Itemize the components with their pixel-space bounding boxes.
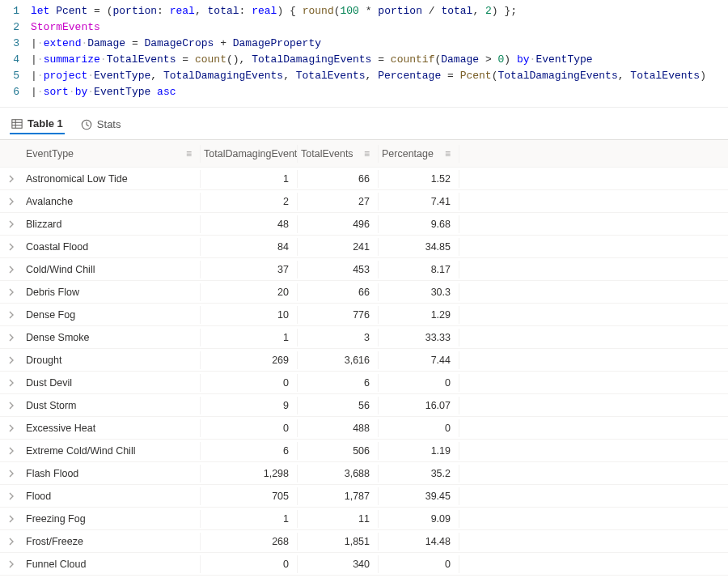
table-row[interactable]: Blizzard484969.68 bbox=[0, 213, 728, 236]
line-number: 5 bbox=[0, 68, 31, 84]
cell-percentage: 7.44 bbox=[379, 351, 459, 369]
code-content[interactable]: |·summarize·TotalEvents = count(), Total… bbox=[31, 52, 728, 68]
table-row[interactable]: Dense Fog107761.29 bbox=[0, 304, 728, 326]
results-grid: EventType≡TotalDamagingEvents≡TotalEvent… bbox=[0, 139, 728, 578]
editor-line[interactable]: 4|·summarize·TotalEvents = count(), Tota… bbox=[0, 52, 728, 68]
column-header-label: TotalDamagingEvents bbox=[204, 148, 298, 159]
cell-eventtype: Funnel Cloud bbox=[23, 555, 201, 573]
expand-row-icon[interactable] bbox=[0, 447, 23, 455]
expand-row-icon[interactable] bbox=[0, 424, 23, 432]
code-content[interactable]: |·extend·Damage = DamageCrops + DamagePr… bbox=[31, 36, 728, 52]
expand-row-icon[interactable] bbox=[0, 402, 23, 410]
table-row[interactable]: Cold/Wind Chill374538.17 bbox=[0, 258, 728, 281]
expand-row-icon[interactable] bbox=[0, 198, 23, 206]
table-row[interactable]: Dense Smoke1333.33 bbox=[0, 326, 728, 349]
expand-row-icon[interactable] bbox=[0, 266, 23, 274]
cell-totaldamagingevents: 0 bbox=[201, 555, 298, 573]
expand-row-icon[interactable] bbox=[0, 379, 23, 387]
column-menu-icon[interactable]: ≡ bbox=[445, 149, 451, 159]
column-menu-icon[interactable]: ≡ bbox=[364, 149, 370, 159]
cell-percentage: 34.85 bbox=[379, 238, 459, 256]
column-header-percentage[interactable]: Percentage≡ bbox=[379, 145, 459, 163]
table-icon bbox=[11, 118, 23, 130]
cell-eventtype: Debris Flow bbox=[23, 283, 201, 301]
column-header-totalevents[interactable]: TotalEvents≡ bbox=[298, 145, 379, 163]
editor-line[interactable]: 3|·extend·Damage = DamageCrops + DamageP… bbox=[0, 36, 728, 52]
table-row[interactable]: Avalanche2277.41 bbox=[0, 190, 728, 213]
editor-line[interactable]: 6|·sort·by·EventType asc bbox=[0, 84, 728, 100]
cell-totalevents: 241 bbox=[298, 238, 379, 256]
cell-totaldamagingevents: 10 bbox=[201, 306, 298, 324]
cell-eventtype: Dust Storm bbox=[23, 397, 201, 414]
cell-eventtype: Excessive Heat bbox=[23, 419, 201, 437]
cell-percentage: 0 bbox=[379, 555, 459, 573]
cell-percentage: 9.09 bbox=[379, 510, 459, 528]
tab-stats[interactable]: Stats bbox=[79, 115, 123, 134]
cell-totalevents: 3 bbox=[298, 329, 379, 346]
table-row[interactable]: Drought2693,6167.44 bbox=[0, 349, 728, 372]
cell-percentage: 35.2 bbox=[379, 465, 459, 482]
line-number: 3 bbox=[0, 36, 31, 52]
expand-row-icon[interactable] bbox=[0, 220, 23, 228]
cell-percentage: 39.45 bbox=[379, 487, 459, 505]
editor-line[interactable]: 2StormEvents bbox=[0, 19, 728, 36]
table-row[interactable]: Funnel Cloud03400 bbox=[0, 553, 728, 576]
line-number: 2 bbox=[0, 19, 31, 36]
table-row[interactable]: Coastal Flood8424134.85 bbox=[0, 236, 728, 258]
cell-percentage: 1.19 bbox=[379, 442, 459, 460]
table-row[interactable]: Flash Flood1,2983,68835.2 bbox=[0, 462, 728, 485]
editor-line[interactable]: 5|·project·EventType, TotalDamagingEvent… bbox=[0, 68, 728, 84]
table-row[interactable]: Dust Devil060 bbox=[0, 372, 728, 394]
expand-row-icon[interactable] bbox=[0, 175, 23, 183]
expand-row-icon[interactable] bbox=[0, 560, 23, 568]
cell-totalevents: 496 bbox=[298, 215, 379, 233]
cell-percentage: 1.29 bbox=[379, 306, 459, 324]
column-menu-icon[interactable]: ≡ bbox=[186, 149, 192, 159]
table-row[interactable]: Astronomical Low Tide1661.52 bbox=[0, 168, 728, 190]
cell-eventtype: Extreme Cold/Wind Chill bbox=[23, 442, 201, 460]
tab-table1[interactable]: Table 1 bbox=[10, 114, 65, 134]
table-row[interactable]: Dust Storm95616.07 bbox=[0, 394, 728, 417]
cell-totalevents: 66 bbox=[298, 283, 379, 301]
expand-row-icon[interactable] bbox=[0, 470, 23, 478]
column-header-eventtype[interactable]: EventType≡ bbox=[23, 145, 201, 163]
editor-line[interactable]: 1let Pcent = (portion: real, total: real… bbox=[0, 3, 728, 19]
cell-percentage: 0 bbox=[379, 374, 459, 392]
table-row[interactable]: Freezing Fog1119.09 bbox=[0, 508, 728, 530]
cell-percentage: 14.48 bbox=[379, 533, 459, 550]
expand-row-icon[interactable] bbox=[0, 311, 23, 319]
query-editor[interactable]: 1let Pcent = (portion: real, total: real… bbox=[0, 0, 728, 107]
tab-table1-label: Table 1 bbox=[28, 117, 63, 130]
expand-row-icon[interactable] bbox=[0, 334, 23, 342]
expand-row-icon[interactable] bbox=[0, 356, 23, 364]
table-row[interactable]: Frost/Freeze2681,85114.48 bbox=[0, 530, 728, 553]
cell-eventtype: Frost/Freeze bbox=[23, 533, 201, 550]
expand-row-icon[interactable] bbox=[0, 288, 23, 296]
cell-percentage: 1.52 bbox=[379, 170, 459, 188]
cell-totaldamagingevents: 1,298 bbox=[201, 465, 298, 482]
column-header-label: TotalEvents bbox=[301, 148, 353, 159]
column-header-totaldamagingevents[interactable]: TotalDamagingEvents≡ bbox=[201, 145, 298, 163]
cell-totalevents: 3,688 bbox=[298, 465, 379, 482]
expand-row-icon[interactable] bbox=[0, 515, 23, 523]
table-row[interactable]: Extreme Cold/Wind Chill65061.19 bbox=[0, 440, 728, 462]
cell-totalevents: 6 bbox=[298, 374, 379, 392]
table-row[interactable]: Debris Flow206630.3 bbox=[0, 281, 728, 304]
expand-row-icon[interactable] bbox=[0, 492, 23, 500]
table-row[interactable]: Excessive Heat04880 bbox=[0, 417, 728, 440]
code-content[interactable]: |·sort·by·EventType asc bbox=[31, 84, 728, 100]
cell-eventtype: Dense Smoke bbox=[23, 329, 201, 346]
code-content[interactable]: StormEvents bbox=[31, 19, 728, 36]
code-content[interactable]: let Pcent = (portion: real, total: real)… bbox=[31, 3, 728, 19]
cell-eventtype: Freezing Fog bbox=[23, 510, 201, 528]
expand-row-icon[interactable] bbox=[0, 538, 23, 546]
cell-totaldamagingevents: 1 bbox=[201, 170, 298, 188]
table-row[interactable]: Flood7051,78739.45 bbox=[0, 485, 728, 508]
code-content[interactable]: |·project·EventType, TotalDamagingEvents… bbox=[31, 68, 728, 84]
cell-totaldamagingevents: 0 bbox=[201, 374, 298, 392]
cell-eventtype: Avalanche bbox=[23, 193, 201, 210]
expand-row-icon[interactable] bbox=[0, 243, 23, 251]
cell-totaldamagingevents: 705 bbox=[201, 487, 298, 505]
line-number: 4 bbox=[0, 52, 31, 68]
cell-totalevents: 488 bbox=[298, 419, 379, 437]
